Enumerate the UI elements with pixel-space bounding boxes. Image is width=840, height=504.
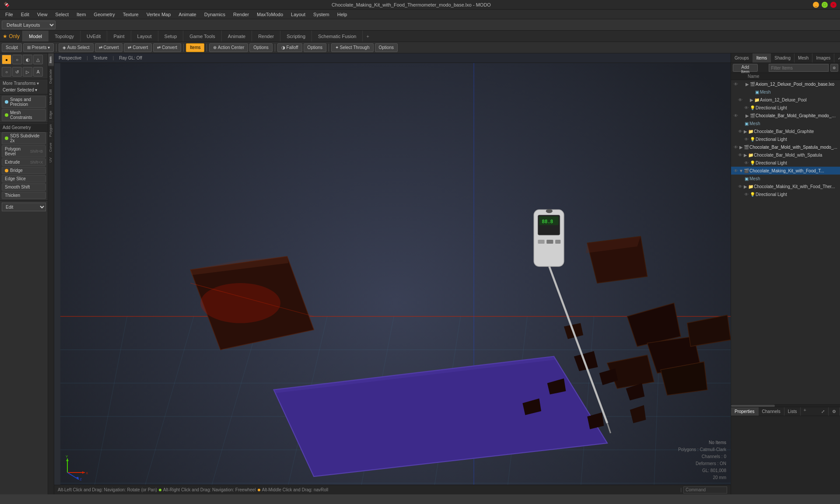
tab-paint[interactable]: Paint [107, 31, 131, 42]
center-selected-row[interactable]: Center Selected ▾ [0, 87, 48, 93]
menu-dynamics[interactable]: Dynamics [201, 11, 229, 18]
snaps-precision-btn[interactable]: Snaps and Precision [2, 96, 46, 108]
select-options-btn[interactable]: Options [375, 43, 398, 52]
tab-layout[interactable]: Layout [131, 31, 158, 42]
tab-schematic-fusion[interactable]: Schematic Fusion [312, 31, 363, 42]
falloff-btn[interactable]: ◑ Falloff [277, 43, 302, 52]
menu-render[interactable]: Render [230, 11, 252, 18]
tool-ring[interactable]: ○ [12, 55, 22, 64]
eye-icon-l1[interactable]: 👁 [743, 105, 749, 110]
action-options-btn[interactable]: Options [249, 43, 272, 52]
tab-topology[interactable]: Topology [49, 31, 80, 42]
command-input[interactable] [683, 486, 727, 494]
menu-system[interactable]: System [310, 11, 333, 18]
vtab-curve[interactable]: Curve [48, 140, 54, 154]
expand-tri-2[interactable]: ▶ [745, 113, 749, 118]
menu-layout[interactable]: Layout [287, 11, 309, 18]
expand-tri-1[interactable]: ▶ [745, 82, 749, 87]
polygon-bevel-btn[interactable]: Polygon Bevel Shift+B [2, 145, 46, 158]
eye-icon-g4[interactable]: 👁 [737, 184, 743, 189]
bridge-btn[interactable]: Bridge [2, 167, 46, 174]
more-transforms-row[interactable]: More Transforms ▾ [0, 80, 48, 87]
group-item-3[interactable]: 👁 ▶ 📁 Chocolate_Bar_Mold_with_Spatula [731, 151, 840, 159]
texture-label[interactable]: Texture [91, 55, 109, 61]
props-settings-btn[interactable]: ⚙ [829, 407, 840, 416]
props-tab-lists[interactable]: Lists [784, 407, 801, 416]
items-btn[interactable]: Items [186, 43, 204, 52]
convert-btn2[interactable]: ⇄ Convert [124, 43, 152, 52]
eye-icon-4[interactable]: 👁 [733, 168, 739, 173]
eye-icon-l4[interactable]: 👁 [743, 192, 749, 197]
light-item-3[interactable]: 👁 💡 Directional Light [731, 159, 840, 167]
eye-icon-3[interactable]: 👁 [733, 145, 739, 150]
filter-icon[interactable]: ⊕ [830, 64, 838, 72]
tool-rotate[interactable]: ↺ [12, 67, 22, 77]
perspective-label[interactable]: Perspective [57, 55, 83, 61]
menu-help[interactable]: Help [334, 11, 351, 18]
eye-icon-l3[interactable]: 👁 [743, 161, 749, 165]
group-item-2[interactable]: 👁 ▶ 📁 Chocolate_Bar_Mold_Graphite [731, 127, 840, 135]
select-through-btn[interactable]: ✦ Select Through [331, 43, 373, 52]
expand-tri-g4[interactable]: ▶ [743, 184, 748, 189]
light-item-2[interactable]: 👁 💡 Directional Light [731, 135, 840, 143]
minimize-btn[interactable]: _ [813, 2, 819, 8]
tab-add-btn[interactable]: + [363, 31, 372, 42]
add-item-btn[interactable]: Add Item [733, 64, 758, 72]
props-tab-properties[interactable]: Properties [731, 407, 759, 416]
menu-texture[interactable]: Texture [119, 11, 142, 18]
tab-images[interactable]: Images [812, 53, 834, 63]
menu-vertex-map[interactable]: Vertex Map [143, 11, 175, 18]
tab-mesh[interactable]: Mesh [794, 53, 812, 63]
edge-slice-btn[interactable]: Edge Slice [2, 175, 46, 182]
layout-dropdown[interactable]: Default Layouts [2, 21, 56, 29]
mesh-constraints-btn[interactable]: Mesh Constraints [2, 109, 46, 121]
menu-animate[interactable]: Animate [175, 11, 200, 18]
props-expand-btn[interactable]: ⤢ [818, 407, 829, 416]
vtab-edge[interactable]: Edge [48, 108, 54, 122]
eye-icon-1[interactable]: 👁 [733, 82, 739, 87]
vtab-item[interactable]: Item [48, 53, 54, 66]
light-item-1[interactable]: 👁 💡 Directional Light [731, 104, 840, 112]
expand-tri-g1[interactable]: ▶ [749, 98, 754, 102]
scene-root-1[interactable]: 👁 ▶ 🎬 Axiom_12_Deluxe_Pool_modo_base.lxo [731, 80, 840, 88]
mesh-item-4[interactable]: ▣ Mesh [731, 175, 840, 182]
expand-tri-g2[interactable]: ▶ [743, 129, 748, 134]
group-item-4[interactable]: 👁 ▶ 📁 Chocolate_Making_Kit_with_Food_The… [731, 182, 840, 190]
vtab-polygon[interactable]: Polygon [48, 121, 54, 140]
add-geometry-header[interactable]: Add Geometry [0, 124, 48, 132]
props-tab-channels[interactable]: Channels [759, 407, 784, 416]
vtab-duplicate[interactable]: Duplicate [48, 66, 54, 86]
filter-items-input[interactable] [769, 64, 829, 72]
sds-subdivide-btn[interactable]: SDS Subdivide 2x [2, 132, 46, 144]
tool-half[interactable]: ◐ [23, 55, 32, 64]
close-btn[interactable]: × [830, 2, 836, 8]
eye-icon-2[interactable]: 👁 [733, 113, 739, 118]
smooth-shift-btn[interactable]: Smooth Shift [2, 183, 46, 191]
sculpt-btn[interactable]: Sculpt [2, 43, 22, 52]
scene-root-3[interactable]: 👁 ▶ 🎬 Chocolate_Bar_Mold_with_Spatula_mo… [731, 143, 840, 151]
expand-tri-3[interactable]: ▶ [739, 145, 743, 150]
convert-btn3[interactable]: ⇄ Convert [153, 43, 181, 52]
tab-animate[interactable]: Animate [222, 31, 252, 42]
tab-game-tools[interactable]: Game Tools [183, 31, 222, 42]
scene-root-2[interactable]: 👁 ▶ 🎬 Chocolate_Bar_Mold_Graphite_modo_b… [731, 112, 840, 119]
auto-select-btn[interactable]: ◈ Auto Select [59, 43, 93, 52]
menu-item[interactable]: Item [73, 11, 89, 18]
vtab-mesh-edit[interactable]: Mesh Edit [48, 86, 54, 108]
expand-tri-g3[interactable]: ▶ [743, 153, 748, 158]
favorites-star[interactable]: ★ Only [0, 31, 23, 42]
group-item-1[interactable]: 👁 ▶ 📁 Axiom_12_Deluxe_Pool [731, 96, 840, 104]
maximize-btn[interactable]: □ [822, 2, 828, 8]
action-center-btn[interactable]: ⊕ Action Center [209, 43, 248, 52]
tab-model[interactable]: Model [23, 31, 49, 42]
falloff-options-btn[interactable]: Options [304, 43, 326, 52]
scene-viewport[interactable]: 88.8 [60, 63, 731, 494]
menu-geometry[interactable]: Geometry [90, 11, 118, 18]
tab-shading[interactable]: Shading [771, 53, 794, 63]
tab-scripting[interactable]: Scripting [280, 31, 312, 42]
eye-icon-g3[interactable]: 👁 [737, 153, 743, 158]
viewport[interactable]: Perspective | Texture | Ray GL: Off ⤢ ↺ … [54, 53, 731, 494]
menu-file[interactable]: File [2, 11, 17, 18]
tab-groups[interactable]: Groups [731, 53, 753, 63]
tool-arrow[interactable]: ▷ [23, 67, 32, 77]
